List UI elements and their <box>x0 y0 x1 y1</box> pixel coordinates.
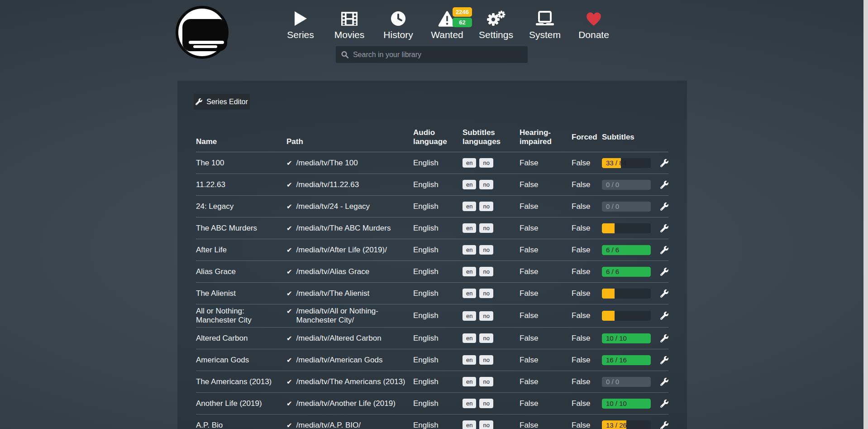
table-row: American Gods ✔ /media/tv/American Gods … <box>196 349 668 371</box>
language-badge: en <box>463 333 476 343</box>
gears-icon <box>486 9 506 28</box>
nav-item-system[interactable]: System <box>522 9 568 40</box>
bazarr-logo[interactable] <box>176 6 229 59</box>
subtitles-progress-bar: 0 / 0 <box>602 180 651 190</box>
wanted-count-badge: 2246 <box>453 7 472 17</box>
series-path: /media/tv/The Americans (2013) <box>296 377 405 386</box>
edit-series-button[interactable] <box>660 246 668 254</box>
series-path-cell: ✔ /media/tv/11.22.63 <box>286 180 413 189</box>
edit-series-button[interactable] <box>660 378 668 386</box>
wrench-icon <box>660 289 668 298</box>
table-row: A.P. Bio ✔ /media/tv/A.P. BIO/ English e… <box>196 415 668 429</box>
audio-language: English <box>413 377 463 386</box>
language-badge: no <box>479 420 493 429</box>
progress-label: 0 / 0 <box>606 202 619 212</box>
library-search <box>336 46 528 63</box>
search-input[interactable] <box>353 51 522 59</box>
edit-series-button[interactable] <box>660 334 668 342</box>
edit-series-button[interactable] <box>660 289 668 298</box>
series-name-link[interactable]: The Americans (2013) <box>196 377 286 386</box>
wrench-icon <box>660 334 668 342</box>
subtitle-languages: enno <box>463 202 520 211</box>
edit-series-button[interactable] <box>660 268 668 276</box>
language-badge: no <box>479 289 493 298</box>
subtitles-progress-bar: 16 / 16 <box>602 355 651 365</box>
nav-label-system: System <box>529 29 561 40</box>
series-name-link[interactable]: American Gods <box>196 356 286 365</box>
table-row: All or Nothing: Manchester City ✔ /media… <box>196 304 668 328</box>
wrench-icon <box>660 224 668 232</box>
table-row: Alias Grace ✔ /media/tv/Alias Grace Engl… <box>196 261 668 283</box>
series-name-link[interactable]: The 100 <box>196 159 286 168</box>
edit-series-button[interactable] <box>660 224 668 232</box>
series-path: /media/tv/24 - Legacy <box>296 202 370 211</box>
series-name-link[interactable]: Altered Carbon <box>196 334 286 343</box>
forced-value: False <box>572 421 602 429</box>
series-path: /media/tv/After Life (2019)/ <box>296 246 387 255</box>
nav-item-movies[interactable]: Movies <box>327 9 372 40</box>
subtitles-progress-bar: 6 / 6 <box>602 245 651 255</box>
clock-icon <box>391 9 406 28</box>
series-name-link[interactable]: 24: Legacy <box>196 202 286 211</box>
series-path-cell: ✔ /media/tv/The Americans (2013) <box>286 377 413 386</box>
forced-value: False <box>572 334 602 343</box>
nav-item-history[interactable]: History <box>376 9 421 40</box>
edit-series-button[interactable] <box>660 356 668 364</box>
search-icon <box>341 51 348 58</box>
wrench-icon <box>660 202 668 211</box>
play-icon <box>295 9 307 28</box>
subtitle-languages: enno <box>463 180 520 189</box>
language-badge: en <box>463 355 476 365</box>
forced-value: False <box>572 267 602 276</box>
series-name-link[interactable]: The ABC Murders <box>196 224 286 233</box>
nav-label-movies: Movies <box>334 29 365 40</box>
language-badge: no <box>479 311 493 321</box>
vertical-scrollbar[interactable] <box>863 0 868 429</box>
nav-item-wanted[interactable]: Wanted 2246 62 <box>424 9 470 40</box>
language-badge: no <box>479 180 493 189</box>
edit-series-button[interactable] <box>660 400 668 408</box>
edit-series-button[interactable] <box>660 312 668 320</box>
table-row: 11.22.63 ✔ /media/tv/11.22.63 English en… <box>196 174 668 196</box>
series-name-link[interactable]: The Alienist <box>196 289 286 298</box>
subtitles-progress-bar <box>602 311 651 321</box>
laptop-icon <box>536 9 554 28</box>
wrench-icon <box>660 421 668 429</box>
series-name-link[interactable]: Another Life (2019) <box>196 399 286 408</box>
series-name-link[interactable]: Alias Grace <box>196 267 286 276</box>
subtitle-languages: enno <box>463 311 520 321</box>
nav-item-donate[interactable]: Donate <box>571 9 616 40</box>
subtitle-languages: enno <box>463 245 520 255</box>
series-path-cell: ✔ /media/tv/The Alienist <box>286 289 413 298</box>
progress-fill <box>602 223 615 233</box>
series-name-link[interactable]: All or Nothing: Manchester City <box>196 307 286 325</box>
language-badge: no <box>479 399 493 408</box>
subtitle-languages: enno <box>463 158 520 168</box>
series-path: /media/tv/American Gods <box>296 356 383 365</box>
series-editor-button[interactable]: Series Editor <box>194 94 250 110</box>
nav-item-series[interactable]: Series <box>278 9 323 40</box>
series-path-cell: ✔ /media/tv/The ABC Murders <box>286 224 413 233</box>
language-badge: en <box>463 245 476 255</box>
edit-series-button[interactable] <box>660 202 668 211</box>
edit-series-button[interactable] <box>660 421 668 429</box>
nav-label-series: Series <box>287 29 314 40</box>
progress-label: 16 / 16 <box>606 355 627 365</box>
table-row: Altered Carbon ✔ /media/tv/Altered Carbo… <box>196 328 668 349</box>
language-badge: en <box>463 267 476 276</box>
check-icon: ✔ <box>286 180 292 189</box>
logo-screen-shape <box>182 19 227 51</box>
hearing-impaired-value: False <box>520 311 572 320</box>
nav-item-settings[interactable]: Settings <box>473 9 519 40</box>
series-name-link[interactable]: A.P. Bio <box>196 421 286 429</box>
audio-language: English <box>413 246 463 255</box>
audio-language: English <box>413 267 463 276</box>
edit-series-button[interactable] <box>660 159 668 167</box>
edit-series-button[interactable] <box>660 181 668 189</box>
language-badge: en <box>463 180 476 189</box>
series-name-link[interactable]: After Life <box>196 246 286 255</box>
series-name-link[interactable]: 11.22.63 <box>196 180 286 189</box>
forced-value: False <box>572 202 602 211</box>
language-badge: en <box>463 202 476 211</box>
check-icon: ✔ <box>286 377 292 386</box>
